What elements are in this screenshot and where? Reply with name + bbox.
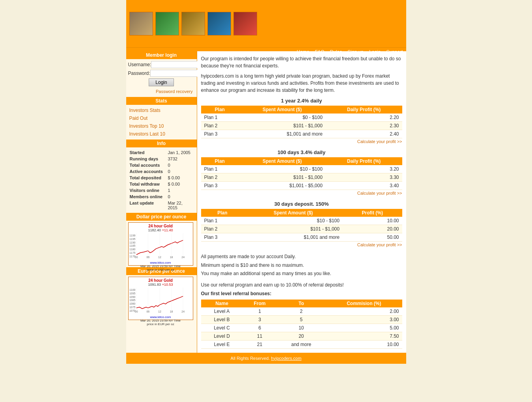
plan-1-row-1: Plan 1 $0 - $100 2.20	[201, 114, 402, 122]
plan-title-1: 1 year 2.4% daily	[201, 98, 402, 104]
plan-2-calc-link[interactable]: Calculate your profit >>	[201, 191, 402, 195]
header-image-5	[233, 12, 257, 35]
nav-rules[interactable]: Rules	[330, 49, 342, 51]
plan-table-2: Plan Spent Amount ($) Daily Profit (%) P…	[201, 157, 402, 190]
sidebar: Member login Username: Password: Login P…	[126, 51, 197, 353]
plan-title-3: 30 days deposit. 150%	[201, 201, 402, 207]
euro-chart-unit: price in EUR per oz	[129, 322, 193, 326]
main-layout: Member login Username: Password: Login P…	[126, 51, 406, 353]
running-days-label: Running days	[129, 156, 166, 162]
stats-investors-last10[interactable]: Investors Last 10	[126, 130, 197, 138]
plan-3-calc-link[interactable]: Calculate your profit >>	[201, 242, 402, 247]
plan-3-row-3: Plan 3 $1,001 and more 50.00	[201, 233, 402, 242]
ref-cell-from: 21	[243, 340, 277, 348]
header-image-2	[155, 12, 179, 35]
plan-cell-amount: $1,001 and more	[244, 233, 343, 242]
ref-row-1: Level A 1 2 2.00	[201, 307, 402, 316]
dollar-chart-kitco: www.kitco.com	[129, 261, 193, 264]
members-online-label: Members online	[129, 194, 166, 199]
password-recovery-link[interactable]: Password recovery	[156, 89, 193, 94]
total-deposited-label: Total deposited	[129, 175, 166, 181]
nav-login[interactable]: Login	[369, 49, 381, 51]
dollar-chart-unit: price in USD per oz	[129, 268, 193, 272]
member-login-header: Member login	[126, 51, 197, 59]
main-content: Our program is intended for people willi…	[197, 51, 406, 353]
nav-signup[interactable]: Sign up	[347, 49, 364, 51]
stats-paid-out[interactable]: Paid Out	[126, 114, 197, 122]
euro-chart-price: 1091.83 +10.53	[129, 283, 193, 287]
login-button[interactable]: Login	[149, 78, 174, 86]
ref-col-commission: Commision (%)	[326, 300, 402, 307]
plan-3-col-profit: Profit (%)	[343, 209, 402, 217]
nav-home[interactable]: Home	[297, 49, 310, 51]
ref-row-3: Level C 6 10 5.00	[201, 324, 402, 332]
running-days-value: 3732	[167, 156, 194, 162]
plan-2-col-profit: Daily Profit (%)	[326, 157, 402, 165]
info-section: Started Jan 1, 2005 Running days 3732 To…	[126, 147, 197, 213]
payments-text: All payments are made to your account Da…	[201, 253, 402, 278]
plan-cell-profit: 50.00	[343, 233, 402, 242]
ref-cell-name: Level E	[201, 340, 243, 348]
plan-1-col-amount: Spent Amount ($)	[239, 106, 326, 114]
svg-text:1190: 1190	[129, 241, 135, 244]
password-row: Password:	[128, 70, 195, 77]
info-started: Started Jan 1, 2005	[129, 150, 194, 155]
plan-cell-amount: $10 - $100	[244, 217, 343, 225]
password-recovery: Password recovery	[128, 88, 195, 95]
info-active-accounts: Active accounts 0	[129, 169, 194, 174]
info-total-deposited: Total deposited $ 0.00	[129, 175, 194, 181]
svg-text:1075: 1075	[129, 306, 135, 309]
svg-text:1199: 1199	[129, 234, 135, 237]
total-withdraw-value: $ 0.00	[167, 181, 194, 187]
plan-1-col-profit: Daily Profit (%)	[326, 106, 402, 114]
ref-cell-to: 20	[277, 332, 326, 340]
ref-cell-name: Level B	[201, 315, 243, 324]
header-image-4	[207, 12, 231, 35]
info-running-days: Running days 3732	[129, 156, 194, 162]
plan-3-header-row: Plan Spent Amount ($) Profit (%)	[201, 209, 402, 217]
active-accounts-value: 0	[167, 169, 194, 174]
username-label: Username:	[128, 62, 151, 67]
header-image-1	[129, 12, 153, 35]
stats-investors-stats[interactable]: Investors Stats	[126, 106, 197, 114]
info-last-update: Last update Mar 22, 2015	[129, 200, 194, 210]
active-accounts-label: Active accounts	[129, 169, 166, 174]
svg-text:06: 06	[146, 310, 149, 313]
plan-3-row-2: Plan 2 $101 - $1,000 20.00	[201, 225, 402, 233]
plan-cell-amount: $101 - $1,000	[239, 122, 326, 130]
plan-cell-name: Plan 3	[201, 233, 244, 242]
ref-cell-name: Level C	[201, 324, 243, 332]
ref-cell-from: 3	[243, 315, 277, 324]
intro-line2: hyipcoders.com is a long term high yield…	[201, 73, 402, 94]
password-label: Password:	[128, 71, 150, 76]
svg-text:1090: 1090	[129, 296, 135, 298]
svg-text:24: 24	[181, 310, 185, 313]
dollar-chart-svg: 1199 1195 1190 1185 1180 1175 1170	[129, 232, 193, 260]
nav-faq[interactable]: FAQ	[315, 49, 325, 51]
total-accounts-label: Total accounts	[129, 162, 166, 168]
plan-title-2: 100 days 3.4% daily	[201, 149, 402, 155]
stats-investors-top10[interactable]: Investors Top 10	[126, 122, 197, 130]
euro-chart-date: Mar 20, 2015 23:59 NY Time	[129, 319, 193, 322]
euro-chart-kitco: www.kitco.com	[129, 315, 193, 319]
ref-cell-name: Level A	[201, 307, 243, 316]
plan-cell-profit: 2.30	[326, 122, 402, 130]
plan-1-calc-link[interactable]: Calculate your profit >>	[201, 139, 402, 144]
plan-cell-amount: $1,001 - $5,000	[239, 182, 326, 190]
started-value: Jan 1, 2005	[167, 150, 194, 155]
plan-cell-amount: $101 - $1,000	[239, 173, 326, 182]
nav-support[interactable]: Support	[386, 49, 403, 51]
ref-cell-to: and more	[277, 340, 326, 348]
svg-text:18: 18	[170, 256, 173, 259]
total-deposited-value: $ 0.00	[167, 175, 194, 181]
footer-link[interactable]: hyipcoders.com	[271, 356, 301, 361]
plan-cell-profit: 3.20	[326, 165, 402, 173]
plan-2-col-plan: Plan	[201, 157, 239, 165]
last-update-value: Mar 22, 2015	[167, 200, 194, 210]
nav-bar: Home · FAQ · Rules · Sign up · Login · S…	[126, 47, 406, 51]
payments-line-3: You may make an additional spend as many…	[201, 270, 402, 278]
visitors-online-label: Visitors online	[129, 188, 166, 193]
info-visitors-online: Visitors online 1	[129, 188, 194, 193]
svg-text:1195: 1195	[129, 238, 135, 240]
info-total-accounts: Total accounts 0	[129, 162, 194, 168]
